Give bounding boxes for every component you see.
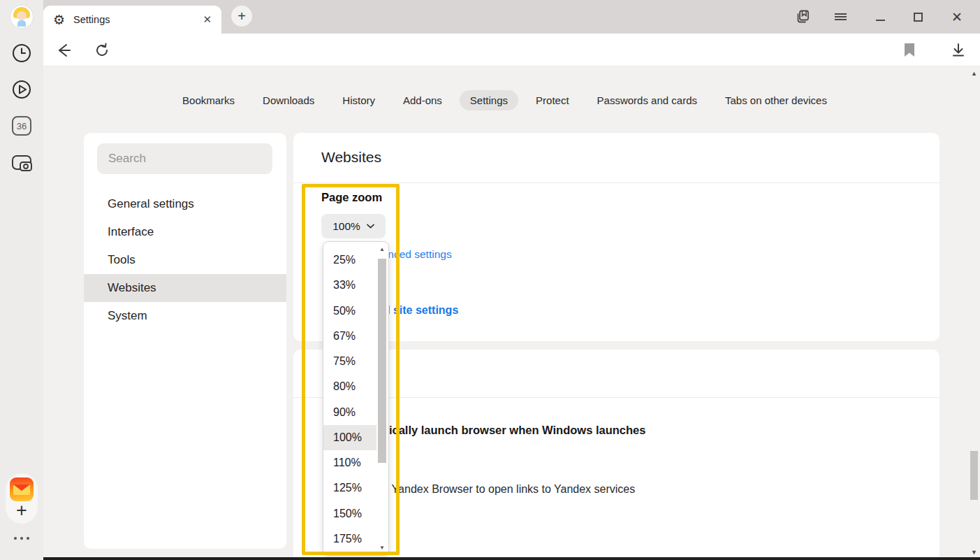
- zoom-option[interactable]: 100%: [323, 425, 376, 450]
- window-bottom-edge: [43, 557, 980, 560]
- download-icon[interactable]: [949, 41, 968, 60]
- page-scroll-up-icon[interactable]: ▲: [968, 70, 980, 77]
- scroll-up-icon[interactable]: ▲: [377, 246, 387, 252]
- avatar-face: [17, 11, 27, 20]
- gear-icon: ⚙: [53, 13, 65, 27]
- close-icon[interactable]: ✕: [948, 8, 966, 26]
- tab-label: Settings: [73, 14, 194, 25]
- popup-scrollbar[interactable]: ▲ ▼: [377, 244, 387, 553]
- page-zoom-dropdown[interactable]: 100%: [321, 214, 386, 238]
- avatar-body: [17, 20, 26, 27]
- card-divider: [293, 182, 939, 183]
- zoom-options-popup: 25%33%50%67%75%80%90%100%110%125%150%175…: [323, 241, 389, 556]
- browser-window: 36 + ⚙ Settings ✕ + ✕: [0, 0, 980, 560]
- back-arrow-icon[interactable]: [54, 41, 73, 60]
- nav-tab[interactable]: Protect: [525, 90, 580, 110]
- menu-icon[interactable]: [831, 8, 849, 26]
- tab-close-icon[interactable]: ✕: [203, 13, 212, 26]
- profile-avatar[interactable]: [10, 5, 34, 29]
- settings-nav-item[interactable]: Interface: [84, 218, 286, 246]
- tab-bar: ⚙ Settings ✕ + ✕: [43, 0, 980, 34]
- zoom-option[interactable]: 110%: [323, 450, 376, 475]
- zoom-option[interactable]: 175%: [323, 526, 376, 552]
- page-scrollbar-thumb[interactable]: [970, 451, 978, 500]
- settings-nav-item[interactable]: General settings: [84, 190, 286, 218]
- settings-nav-item[interactable]: Tools: [84, 246, 286, 274]
- page-scrollbar[interactable]: ▲ ▼: [968, 66, 980, 560]
- collections-icon[interactable]: [794, 8, 812, 26]
- zoom-option[interactable]: 150%: [323, 501, 376, 526]
- zoom-option[interactable]: 75%: [323, 349, 376, 374]
- zoom-option[interactable]: 90%: [323, 400, 376, 425]
- scroll-down-icon[interactable]: ▼: [377, 545, 387, 551]
- settings-top-nav: BookmarksDownloadsHistoryAdd-onsSettings…: [43, 90, 966, 110]
- tab-count-badge[interactable]: 36: [0, 115, 43, 136]
- maximize-icon[interactable]: [909, 8, 927, 26]
- zoom-option[interactable]: 50%: [323, 299, 376, 324]
- nav-tab[interactable]: Downloads: [252, 90, 325, 110]
- zoom-options-list: 25%33%50%67%75%80%90%100%110%125%150%175…: [323, 247, 376, 552]
- more-dots-icon[interactable]: [0, 537, 43, 540]
- card-divider: [293, 397, 939, 398]
- nav-tab[interactable]: Settings: [460, 90, 518, 110]
- popup-scrollbar-thumb[interactable]: [378, 259, 386, 463]
- settings-nav-item[interactable]: Websites: [84, 274, 286, 302]
- toolbar: [43, 34, 980, 66]
- left-rail: 36 +: [0, 0, 43, 560]
- nav-tab[interactable]: Tabs on other devices: [715, 90, 838, 110]
- settings-nav-item[interactable]: System: [84, 302, 286, 330]
- page-zoom-value: 100%: [332, 220, 360, 233]
- chevron-down-icon: [367, 224, 374, 229]
- websites-card-title: Websites: [321, 149, 381, 166]
- screenshot-icon[interactable]: [0, 151, 43, 175]
- nav-tab[interactable]: History: [332, 90, 386, 110]
- mail-flap: [13, 484, 30, 491]
- search-input[interactable]: [97, 143, 272, 174]
- zoom-option[interactable]: 80%: [323, 374, 376, 399]
- browser-tab-settings[interactable]: ⚙ Settings ✕: [43, 6, 221, 34]
- page-scroll-down-icon[interactable]: ▼: [968, 549, 980, 556]
- new-tab-button[interactable]: +: [231, 6, 252, 27]
- settings-nav-panel: General settingsInterfaceToolsWebsitesSy…: [84, 133, 286, 549]
- yandex-links-setting-label[interactable]: Use Yandex Browser to open links to Yand…: [369, 483, 635, 496]
- zoom-option[interactable]: 67%: [323, 324, 376, 349]
- nav-tab[interactable]: Bookmarks: [172, 90, 245, 110]
- zoom-option[interactable]: 33%: [323, 273, 376, 298]
- history-clock-icon[interactable]: [0, 42, 43, 64]
- bookmark-flag-icon[interactable]: [900, 41, 919, 60]
- add-panel-icon[interactable]: +: [0, 498, 43, 523]
- system-card: [293, 350, 939, 560]
- reload-icon[interactable]: [92, 41, 112, 60]
- video-play-icon[interactable]: [0, 78, 43, 101]
- zoom-option[interactable]: 25%: [323, 247, 376, 273]
- page-zoom-label: Page zoom: [321, 191, 382, 204]
- nav-tab[interactable]: Add-ons: [393, 90, 453, 110]
- nav-tab[interactable]: Passwords and cards: [587, 90, 708, 110]
- settings-nav-list: General settingsInterfaceToolsWebsitesSy…: [84, 190, 286, 330]
- zoom-option[interactable]: 125%: [323, 475, 376, 501]
- minimize-icon[interactable]: [871, 8, 889, 26]
